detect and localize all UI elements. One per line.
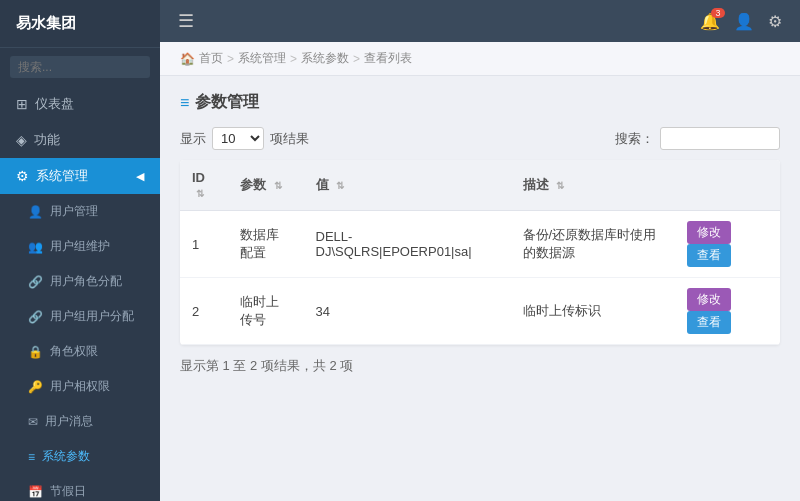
sidebar-item-user-management[interactable]: 👤 用户管理 xyxy=(0,194,160,229)
sidebar-item-label: 功能 xyxy=(34,131,60,149)
search-label: 搜索： xyxy=(615,130,654,148)
system-management-icon: ⚙ xyxy=(16,168,29,184)
role-permissions-icon: 🔒 xyxy=(28,345,43,359)
notification-badge: 3 xyxy=(711,8,725,18)
col-id: ID ⇅ xyxy=(180,160,228,211)
user-group-maintenance-icon: 👥 xyxy=(28,240,43,254)
sidebar-item-functions[interactable]: ◈ 功能 xyxy=(0,122,160,158)
sidebar-sub-label: 用户管理 xyxy=(50,203,98,220)
sort-icon-description[interactable]: ⇅ xyxy=(556,180,564,191)
view-button-2[interactable]: 查看 xyxy=(687,311,731,334)
sidebar-item-dashboard[interactable]: ⊞ 仪表盘 xyxy=(0,86,160,122)
breadcrumb: 🏠 首页 > 系统管理 > 系统参数 > 查看列表 xyxy=(160,42,800,76)
breadcrumb-system-management[interactable]: 系统管理 xyxy=(238,50,286,67)
breadcrumb-sep-1: > xyxy=(227,52,234,66)
sidebar-item-system-management[interactable]: ⚙ 系统管理 ◀ xyxy=(0,158,160,194)
cell-value-2: 34 xyxy=(304,278,511,345)
page-title-text: 参数管理 xyxy=(195,92,259,113)
sidebar-item-label: 仪表盘 xyxy=(35,95,74,113)
toolbar-left: 显示 10 25 50 100 项结果 xyxy=(180,127,309,150)
sidebar-item-label: 系统管理 xyxy=(36,167,88,185)
cell-param-2: 临时上传号 xyxy=(228,278,303,345)
menu-toggle-icon[interactable]: ☰ xyxy=(178,10,194,32)
sort-icon-value[interactable]: ⇅ xyxy=(336,180,344,191)
notification-icon[interactable]: 🔔 3 xyxy=(700,12,720,31)
col-param: 参数 ⇅ xyxy=(228,160,303,211)
table-row: 2 临时上传号 34 临时上传标识 修改 查看 xyxy=(180,278,780,345)
functions-icon: ◈ xyxy=(16,132,27,148)
holidays-icon: 📅 xyxy=(28,485,43,499)
sidebar-item-holidays[interactable]: 📅 节假日 xyxy=(0,474,160,501)
sidebar-item-user-messages[interactable]: ✉ 用户消息 xyxy=(0,404,160,439)
user-management-icon: 👤 xyxy=(28,205,43,219)
toolbar: 显示 10 25 50 100 项结果 搜索： xyxy=(180,127,780,150)
sidebar-item-user-group-user-assignment[interactable]: 🔗 用户组用户分配 xyxy=(0,299,160,334)
user-role-icon: 🔗 xyxy=(28,275,43,289)
topbar-right: 🔔 3 👤 ⚙ xyxy=(700,12,782,31)
col-description: 描述 ⇅ xyxy=(511,160,675,211)
page-size-select[interactable]: 10 25 50 100 xyxy=(212,127,264,150)
sidebar-sub-label: 用户消息 xyxy=(45,413,93,430)
chevron-icon: ◀ xyxy=(136,170,144,183)
dashboard-icon: ⊞ xyxy=(16,96,28,112)
sidebar-search-area xyxy=(0,48,160,86)
group-user-icon: 🔗 xyxy=(28,310,43,324)
content-area: ≡ 参数管理 显示 10 25 50 100 项结果 搜索： xyxy=(160,76,800,501)
cell-param-1: 数据库配置 xyxy=(228,211,303,278)
sidebar-item-role-permissions[interactable]: 🔒 角色权限 xyxy=(0,334,160,369)
page-title-icon: ≡ xyxy=(180,94,189,112)
sidebar-item-user-group-maintenance[interactable]: 👥 用户组维护 xyxy=(0,229,160,264)
toolbar-right: 搜索： xyxy=(615,127,780,150)
cell-id-2: 2 xyxy=(180,278,228,345)
cell-actions-1: 修改 查看 xyxy=(675,211,780,278)
sidebar: 易水集团 ⊞ 仪表盘 ◈ 功能 ⚙ 系统管理 ◀ 👤 用户管理 👥 用户组维护 … xyxy=(0,0,160,501)
sidebar-search-input[interactable] xyxy=(10,56,150,78)
user-messages-icon: ✉ xyxy=(28,415,38,429)
data-table-wrapper: ID ⇅ 参数 ⇅ 值 ⇅ 描述 ⇅ xyxy=(180,160,780,345)
sidebar-item-user-role-assignment[interactable]: 🔗 用户角色分配 xyxy=(0,264,160,299)
user-profile-icon[interactable]: 👤 xyxy=(734,12,754,31)
sidebar-sub-label: 用户组用户分配 xyxy=(50,308,134,325)
col-action xyxy=(675,160,780,211)
sidebar-logo: 易水集团 xyxy=(0,0,160,48)
sidebar-sub-label: 用户相权限 xyxy=(50,378,110,395)
pagination-info: 显示第 1 至 2 项结果，共 2 项 xyxy=(180,357,780,375)
breadcrumb-sep-2: > xyxy=(290,52,297,66)
sidebar-sub-label: 节假日 xyxy=(50,483,86,500)
settings-icon[interactable]: ⚙ xyxy=(768,12,782,31)
sidebar-item-user-permissions[interactable]: 🔑 用户相权限 xyxy=(0,369,160,404)
sidebar-sub-label: 用户角色分配 xyxy=(50,273,122,290)
col-value: 值 ⇅ xyxy=(304,160,511,211)
breadcrumb-sep-3: > xyxy=(353,52,360,66)
user-permissions-icon: 🔑 xyxy=(28,380,43,394)
table-row: 1 数据库配置 DELL-DJ\SQLRS|EPOERP01|sa| 备份/还原… xyxy=(180,211,780,278)
breadcrumb-system-params[interactable]: 系统参数 xyxy=(301,50,349,67)
cell-id-1: 1 xyxy=(180,211,228,278)
items-label: 项结果 xyxy=(270,130,309,148)
breadcrumb-home[interactable]: 首页 xyxy=(199,50,223,67)
edit-button-2[interactable]: 修改 xyxy=(687,288,731,311)
cell-value-1: DELL-DJ\SQLRS|EPOERP01|sa| xyxy=(304,211,511,278)
breadcrumb-current: 查看列表 xyxy=(364,50,412,67)
sort-icon-param[interactable]: ⇅ xyxy=(274,180,282,191)
search-input[interactable] xyxy=(660,127,780,150)
sidebar-item-system-params[interactable]: ≡ 系统参数 xyxy=(0,439,160,474)
cell-description-2: 临时上传标识 xyxy=(511,278,675,345)
data-table: ID ⇅ 参数 ⇅ 值 ⇅ 描述 ⇅ xyxy=(180,160,780,345)
main-area: ☰ 🔔 3 👤 ⚙ 🏠 首页 > 系统管理 > 系统参数 > 查看列表 ≡ 参数… xyxy=(160,0,800,501)
sidebar-sub-label: 系统参数 xyxy=(42,448,90,465)
sidebar-sub-label: 用户组维护 xyxy=(50,238,110,255)
cell-actions-2: 修改 查看 xyxy=(675,278,780,345)
table-header: ID ⇅ 参数 ⇅ 值 ⇅ 描述 ⇅ xyxy=(180,160,780,211)
system-params-icon: ≡ xyxy=(28,450,35,464)
page-title: ≡ 参数管理 xyxy=(180,92,780,113)
sidebar-sub-label: 角色权限 xyxy=(50,343,98,360)
edit-button-1[interactable]: 修改 xyxy=(687,221,731,244)
topbar: ☰ 🔔 3 👤 ⚙ xyxy=(160,0,800,42)
show-label: 显示 xyxy=(180,130,206,148)
cell-description-1: 备份/还原数据库时使用的数据源 xyxy=(511,211,675,278)
sort-icon-id[interactable]: ⇅ xyxy=(196,188,204,199)
breadcrumb-home-icon: 🏠 xyxy=(180,52,195,66)
table-body: 1 数据库配置 DELL-DJ\SQLRS|EPOERP01|sa| 备份/还原… xyxy=(180,211,780,345)
view-button-1[interactable]: 查看 xyxy=(687,244,731,267)
